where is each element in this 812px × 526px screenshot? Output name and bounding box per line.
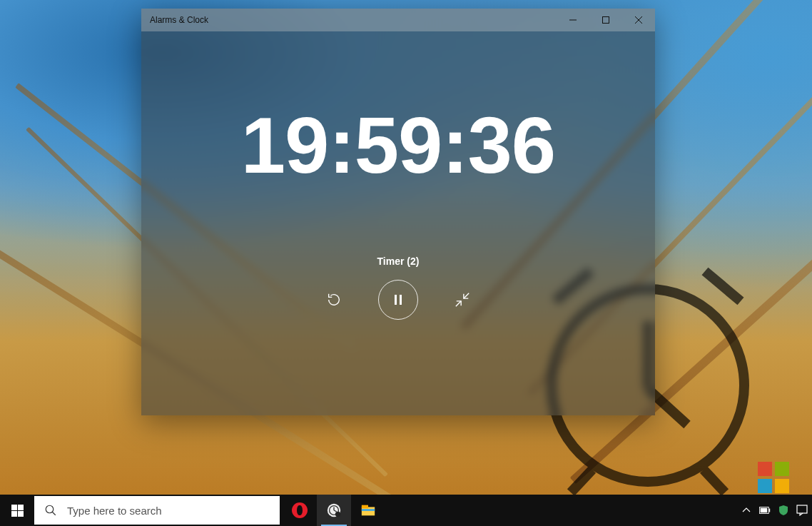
svg-line-4 bbox=[705, 271, 741, 301]
collapse-icon bbox=[455, 292, 470, 308]
search-placeholder: Type here to search bbox=[67, 505, 162, 517]
svg-line-14 bbox=[456, 300, 461, 305]
svg-rect-30 bbox=[769, 509, 771, 512]
svg-point-19 bbox=[46, 505, 54, 513]
alarms-clock-window: Alarms & Clock 19:59:36 Timer (2) bbox=[141, 9, 655, 415]
opera-icon bbox=[292, 502, 308, 518]
timer-controls bbox=[324, 280, 472, 320]
reset-icon bbox=[326, 292, 342, 308]
shield-icon bbox=[778, 505, 789, 516]
svg-point-25 bbox=[335, 512, 340, 517]
start-button[interactable] bbox=[0, 495, 34, 526]
svg-line-6 bbox=[704, 470, 725, 492]
windows-logo-icon bbox=[11, 505, 24, 517]
tray-action-center-button[interactable] bbox=[796, 505, 808, 516]
maximize-icon bbox=[602, 16, 609, 24]
timer-time-display: 19:59:36 bbox=[241, 99, 555, 191]
svg-rect-15 bbox=[11, 505, 17, 510]
timer-view: 19:59:36 Timer (2) bbox=[141, 31, 655, 415]
svg-rect-31 bbox=[761, 508, 768, 512]
svg-rect-27 bbox=[362, 505, 368, 509]
window-controls bbox=[557, 9, 655, 31]
svg-rect-16 bbox=[18, 505, 24, 510]
taskbar-apps bbox=[283, 495, 385, 526]
window-titlebar[interactable]: Alarms & Clock bbox=[141, 9, 655, 31]
svg-rect-8 bbox=[603, 17, 609, 24]
tray-overflow-button[interactable] bbox=[741, 505, 752, 516]
taskbar-app-opera[interactable] bbox=[283, 495, 317, 526]
tray-battery-icon[interactable] bbox=[759, 505, 771, 516]
taskbar-app-file-explorer[interactable] bbox=[351, 495, 385, 526]
svg-line-5 bbox=[571, 470, 592, 492]
maximize-button[interactable] bbox=[589, 9, 622, 31]
svg-rect-12 bbox=[400, 295, 402, 305]
browser-icon bbox=[326, 502, 342, 518]
taskbar-app-browser[interactable] bbox=[317, 495, 351, 526]
corner-app-icon bbox=[758, 462, 789, 493]
pause-icon bbox=[392, 294, 404, 305]
svg-rect-11 bbox=[395, 295, 397, 305]
reset-button[interactable] bbox=[324, 290, 344, 310]
exit-fullscreen-button[interactable] bbox=[452, 290, 472, 310]
file-explorer-icon bbox=[360, 502, 376, 518]
pause-button[interactable] bbox=[378, 280, 418, 320]
tray-security-icon[interactable] bbox=[778, 505, 789, 516]
svg-rect-17 bbox=[11, 511, 17, 517]
svg-line-20 bbox=[52, 512, 56, 515]
close-icon bbox=[635, 16, 642, 24]
svg-rect-18 bbox=[18, 511, 24, 517]
svg-rect-28 bbox=[362, 509, 375, 511]
close-button[interactable] bbox=[622, 9, 655, 31]
minimize-icon bbox=[569, 16, 577, 24]
battery-icon bbox=[759, 505, 771, 516]
system-tray bbox=[741, 495, 812, 526]
search-icon bbox=[44, 504, 57, 517]
svg-line-13 bbox=[464, 293, 469, 298]
window-title: Alarms & Clock bbox=[150, 15, 208, 25]
notification-icon bbox=[796, 505, 808, 516]
minimize-button[interactable] bbox=[557, 9, 589, 31]
taskbar: Type here to search bbox=[0, 495, 812, 526]
chevron-up-icon bbox=[741, 505, 752, 516]
svg-rect-32 bbox=[797, 505, 807, 513]
timer-name-label: Timer (2) bbox=[377, 256, 420, 267]
taskbar-search[interactable]: Type here to search bbox=[34, 496, 280, 525]
